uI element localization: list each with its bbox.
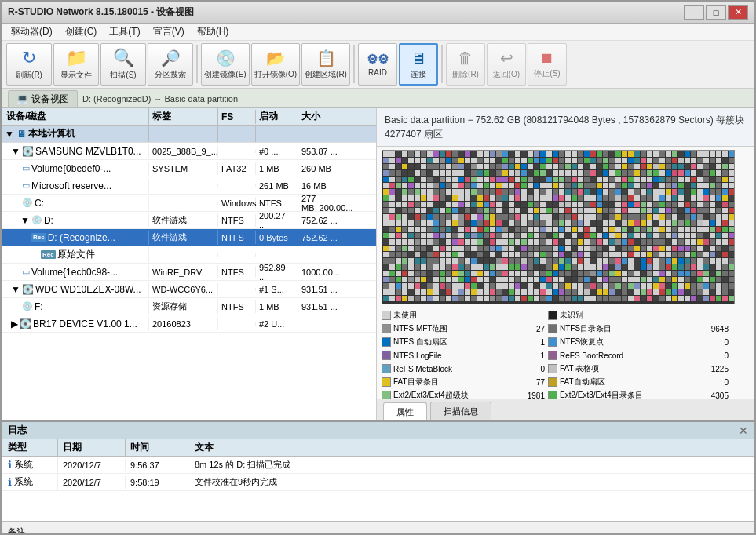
minimize-button[interactable]: − — [684, 5, 704, 20]
log-panel: 日志 ✕ 类型 日期 时间 文本 ℹ 系统 2020/12/7 9:56:37 … — [2, 420, 754, 521]
raid-button[interactable]: ⚙⚙ RAID — [358, 43, 397, 86]
scan-button[interactable]: 🔍 扫描(S) — [100, 43, 146, 86]
winre-icon: ▭ — [22, 267, 30, 277]
legend-fat-table: FAT 表格项1225 — [548, 362, 729, 375]
recognized-icon: Rec — [31, 233, 46, 242]
show-files-button[interactable]: 📁 显示文件 — [53, 43, 99, 86]
delete-button[interactable]: 🗑 删除(R) — [446, 43, 485, 86]
f-drive-icon: 💿 — [22, 301, 33, 311]
log-row-2: ℹ 系统 2020/12/7 9:58:19 文件校准在9秒内完成 — [2, 474, 754, 491]
close-button[interactable]: ✕ — [728, 5, 748, 20]
br17-icon: 💽 — [20, 318, 31, 329]
delete-icon: 🗑 — [458, 49, 473, 67]
col-fs: FS — [218, 110, 256, 124]
legend-ext-dir: Ext2/Ext3/Ext4目录条目4305 — [548, 389, 729, 399]
stop-button[interactable]: ⏹ 停止(S) — [528, 43, 567, 86]
raid-icon: ⚙⚙ — [367, 52, 389, 67]
create-region-icon: 📋 — [316, 49, 336, 67]
device-view-tab[interactable]: 💻 设备视图 — [8, 90, 78, 107]
raw-icon: Rec — [41, 250, 56, 259]
menu-tools[interactable]: 工具(T) — [103, 24, 146, 39]
back-button[interactable]: ↩ 返回(O) — [487, 43, 526, 86]
open-image-icon: 📂 — [266, 49, 286, 67]
partition-bitmap — [382, 150, 735, 304]
col-device: 设备/磁盘 — [2, 108, 149, 125]
partition-info: Basic data partition − 752.62 GB (808121… — [377, 108, 754, 147]
legend-logfile: NTFS LogFile1 — [382, 349, 545, 362]
menu-create[interactable]: 创建(C) — [59, 24, 104, 39]
menu-drives[interactable]: 驱动器(D) — [5, 24, 59, 39]
f-drive-row[interactable]: 💿 F: 资源存储 NTFS 1 MB 931.51 ... — [2, 298, 376, 315]
d-recognized-row[interactable]: Rec D: (Recognize... 软件游戏 NTFS 0 Bytes 7… — [2, 229, 376, 246]
menu-view[interactable]: 宣言(V) — [147, 24, 191, 39]
scan-icon: 🔍 — [113, 48, 134, 68]
log-row-1: ℹ 系统 2020/12/7 9:56:37 8m 12s 的 D: 扫描已完成 — [2, 457, 754, 474]
legend-ntfs-restore: NTFS恢复点0 — [548, 336, 729, 348]
log-col-text: 文本 — [188, 439, 754, 456]
wdc-disk-row[interactable]: ▼ 💽 WDC WD10EZEX-08W... WD-WCC6Y6... #1 … — [2, 281, 376, 298]
stop-icon: ⏹ — [540, 50, 554, 67]
log-header: 日志 — [8, 424, 27, 437]
legend-ext-super: Ext2/Ext3/Ext4超级块1981 — [382, 389, 545, 399]
legend-fat-dir: FAT目录条目77 — [382, 376, 545, 388]
winre-row[interactable]: ▭ Volume{1ecb0c98-... WinRE_DRV NTFS 952… — [2, 264, 376, 281]
partition-search-icon: 🔎 — [161, 49, 181, 67]
c-drive-icon: 💿 — [22, 198, 33, 208]
col-size: 大小 — [298, 108, 367, 125]
col-boot: 启动 — [256, 108, 298, 125]
notes-bar: 备注 — [2, 521, 754, 535]
col-label: 标签 — [149, 108, 218, 125]
connect-icon: 🖥 — [411, 49, 426, 67]
menu-help[interactable]: 帮助(H) — [191, 24, 236, 39]
log-icon-2: ℹ — [8, 476, 12, 488]
tab-properties[interactable]: 属性 — [383, 402, 427, 420]
samsung-disk-row[interactable]: ▼ 💽 SAMSUNG MZVLB1T0... 0025_388B_9_... … — [2, 143, 376, 160]
partition-search-button[interactable]: 🔎 分区搜索 — [148, 43, 193, 86]
connect-button[interactable]: 🖥 连接 — [399, 43, 438, 86]
legend-fat-auto: FAT自动扇区0 — [548, 376, 729, 388]
wdc-icon: 💽 — [22, 284, 34, 295]
log-close-button[interactable]: ✕ — [739, 424, 748, 437]
legend-refs-meta: ReFS MetaBlock0 — [382, 362, 545, 375]
partition-view-panel: Basic data partition − 752.62 GB (808121… — [377, 108, 754, 420]
log-col-date: 日期 — [58, 439, 126, 456]
folder-icon: 📁 — [66, 48, 87, 68]
device-tree-panel: 设备/磁盘 标签 FS 启动 大小 ▼ 🖥 本地计算机 — [2, 108, 377, 420]
legend-mft: NTFS MFT范围27 — [382, 322, 545, 335]
refresh-button[interactable]: ↻ 刷新(R) — [6, 43, 52, 86]
raw-files-row[interactable]: Rec 原始文件 — [2, 246, 376, 264]
expand-icon[interactable]: ▼ — [5, 129, 14, 140]
maximize-button[interactable]: □ — [706, 5, 726, 20]
log-icon-1: ℹ — [8, 459, 12, 471]
legend-ntfs-dir: NTFS目录条目9648 — [548, 322, 729, 335]
log-col-type: 类型 — [2, 439, 58, 456]
create-image-button[interactable]: 💿 创建镜像(E) — [201, 43, 250, 86]
refresh-icon: ↻ — [22, 48, 36, 68]
computer-icon: 💻 — [16, 93, 28, 104]
legend-unused: 未使用 — [382, 309, 545, 322]
local-computer-header: ▼ 🖥 本地计算机 — [2, 126, 376, 143]
log-col-time: 时间 — [126, 439, 188, 456]
back-icon: ↩ — [500, 49, 513, 67]
open-image-button[interactable]: 📂 打开镜像(O) — [251, 43, 300, 86]
d-drive-icon: 💿 — [31, 215, 42, 225]
tab-scan-info[interactable]: 扫描信息 — [430, 402, 491, 420]
system-volume-row[interactable]: ▭ Volume{0bedef0-... SYSTEM FAT32 1 MB 2… — [2, 160, 376, 177]
legend-ntfs-auto: NTFS 自动扇区1 — [382, 336, 545, 348]
br17-device-row[interactable]: ▶ 💽 BR17 DEVICE V1.00 1... 20160823 #2 U… — [2, 315, 376, 333]
notes-label: 备注 — [8, 526, 25, 535]
address-path: D: (RecognizedD) → Basic data partition — [82, 94, 238, 104]
legend-unknown: 未识别 — [548, 309, 729, 322]
partition-icon: ▭ — [22, 163, 30, 173]
create-region-button[interactable]: 📋 创建区域(R) — [301, 43, 350, 86]
d-drive-row[interactable]: ▼ 💿 D: 软件游戏 NTFS 200.27 ... 752.62 ... — [2, 212, 376, 229]
computer-tree-icon: 🖥 — [16, 129, 26, 140]
partition2-icon: ▭ — [22, 180, 30, 191]
hdd-icon: 💽 — [22, 146, 34, 157]
create-image-icon: 💿 — [216, 49, 236, 67]
app-title: R-STUDIO Network 8.15.180015 - 设备视图 — [8, 5, 194, 19]
legend-refs-boot: ReFS BootRecord0 — [548, 349, 729, 362]
c-drive-row[interactable]: 💿 C: Windows NTFS 277 MB 200.00... — [2, 195, 376, 212]
